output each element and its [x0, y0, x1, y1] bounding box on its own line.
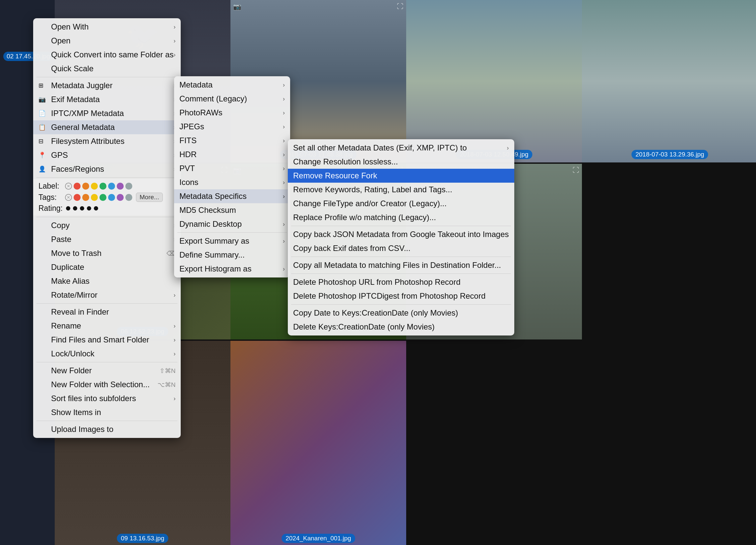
menu-item-copy[interactable]: Copy › [33, 218, 181, 232]
label-dot-green[interactable] [99, 183, 106, 190]
sub2-set-dates[interactable]: Set all other Metadata Dates (Exif, XMP,… [288, 141, 514, 155]
rating-dot-4[interactable] [87, 206, 91, 211]
arrow-sub2-dates: › [507, 145, 509, 151]
menu-item-duplicate[interactable]: Duplicate [33, 260, 181, 274]
sub2-sep-d [291, 304, 511, 305]
exif-icon: 📷 [38, 96, 48, 103]
label-dot-gray[interactable] [125, 183, 132, 190]
rating-dot-5[interactable] [94, 206, 98, 211]
context-menu-sub2: Set all other Metadata Dates (Exif, XMP,… [288, 139, 514, 335]
menu-item-gps[interactable]: 📍 GPS › [33, 148, 181, 162]
menu-item-make-alias[interactable]: Make Alias [33, 274, 181, 288]
arrow-sub1-icons: › [283, 179, 285, 186]
sub1-fits[interactable]: FITS › [174, 134, 290, 148]
rating-dot-2[interactable] [73, 206, 77, 211]
sub2-copy-metadata-dest[interactable]: Copy all Metadata to matching Files in D… [288, 258, 514, 272]
general-metadata-icon: 📋 [38, 124, 48, 131]
tags-dot-purple[interactable] [117, 194, 124, 201]
tags-dot-red[interactable] [74, 194, 81, 201]
sub2-remove-resource-fork[interactable]: Remove Resource Fork [288, 169, 514, 183]
sub2-remove-keywords[interactable]: Remove Keywords, Rating, Label and Tags.… [288, 183, 514, 197]
tags-x-button[interactable]: ✕ [65, 194, 72, 201]
sub2-change-filetype[interactable]: Change FileType and/or Creator (Legacy).… [288, 197, 514, 211]
tags-dot-green[interactable] [99, 194, 106, 201]
label-text: Label: [38, 182, 62, 191]
sub2-copy-date-keys[interactable]: Copy Date to Keys:CreationDate (only Mov… [288, 306, 514, 320]
sub2-replace-profile[interactable]: Replace Profile w/o matching (Legacy)... [288, 211, 514, 224]
arrow-icon-quick-convert: › [173, 51, 175, 58]
menu-item-exif[interactable]: 📷 Exif Metadata › [33, 92, 181, 106]
sub2-delete-keys-creation[interactable]: Delete Keys:CreationDate (only Movies) [288, 320, 514, 334]
tags-dot-blue[interactable] [108, 194, 115, 201]
arrow-sub1-metadata: › [283, 82, 285, 89]
menu-item-quick-scale[interactable]: Quick Scale [33, 62, 181, 76]
menu-item-rotate-mirror[interactable]: Rotate/Mirror › [33, 288, 181, 302]
arrow-sub1-export: › [283, 238, 285, 245]
arrow-find: › [173, 336, 175, 343]
menu-item-sort-subfolders[interactable]: Sort files into subfolders › [33, 392, 181, 405]
sub1-photoraw[interactable]: PhotoRAWs › [174, 106, 290, 120]
menu-item-faces[interactable]: 👤 Faces/Regions › [33, 162, 181, 176]
sub1-export-summary[interactable]: Export Summary as › [174, 234, 290, 248]
photo-cell-colorful: 2024_Kanaren_001.jpg [230, 341, 406, 545]
sub2-delete-ps-url[interactable]: Delete Photoshop URL from Photoshop Reco… [288, 275, 514, 289]
rating-dot-3[interactable] [80, 206, 84, 211]
menu-item-lock-unlock[interactable]: Lock/Unlock › [33, 347, 181, 361]
rating-dot-1[interactable] [66, 206, 70, 211]
sub1-define-summary[interactable]: Define Summary... [174, 248, 290, 262]
more-button[interactable]: More... [136, 193, 163, 202]
expand-icon-4[interactable]: ⛶ [573, 166, 579, 174]
arrow-sub1-comment: › [283, 95, 285, 102]
sub1-metadata[interactable]: Metadata › [174, 78, 290, 92]
sub1-export-histogram[interactable]: Export Histogram as › [174, 262, 290, 276]
sub2-sep-c [291, 273, 511, 274]
metadata-juggler-icon: ⊞ [38, 82, 48, 89]
sub1-metadata-specifics[interactable]: Metadata Specifics › [174, 189, 290, 203]
menu-item-iptc[interactable]: 📄 IPTC/XMP Metadata › [33, 106, 181, 120]
iptc-icon: 📄 [38, 110, 48, 117]
sub1-comment-legacy[interactable]: Comment (Legacy) › [174, 92, 290, 106]
rating-text: Rating: [38, 204, 63, 213]
expand-icon-1[interactable]: ⛶ [397, 3, 404, 10]
sub2-delete-ps-iptc[interactable]: Delete Photoshop IPTCDigest from Photosh… [288, 289, 514, 303]
arrow-icon-open: › [173, 37, 175, 44]
label-dot-yellow[interactable] [91, 183, 98, 190]
menu-item-general-metadata[interactable]: 📋 General Metadata › [33, 120, 181, 134]
label-dot-orange[interactable] [82, 183, 89, 190]
sub2-copy-json[interactable]: Copy back JSON Metadata from Google Take… [288, 227, 514, 241]
sub1-jpegs[interactable]: JPEGs › [174, 120, 290, 134]
menu-item-move-trash[interactable]: Move to Trash ⌫ [33, 246, 181, 260]
label-dot-red[interactable] [74, 183, 81, 190]
menu-item-filesystem[interactable]: ⊟ Filesystem Attributes › [33, 134, 181, 148]
menu-item-open[interactable]: Open › [33, 34, 181, 48]
label-dot-blue[interactable] [108, 183, 115, 190]
menu-item-upload[interactable]: Upload Images to [33, 422, 181, 436]
menu-item-open-with[interactable]: Open With › [33, 20, 181, 34]
sub1-pvt[interactable]: PVT › [174, 161, 290, 175]
sub2-sep-a [291, 226, 511, 226]
sub1-dynamic-desktop[interactable]: Dynamic Desktop › [174, 217, 290, 231]
label-x-button[interactable]: ✕ [65, 183, 72, 190]
menu-item-show-items[interactable]: Show Items in [33, 405, 181, 419]
menu-item-new-folder-sel[interactable]: New Folder with Selection... ⌥⌘N [33, 378, 181, 392]
photo-label-4: 2018-07-03 13.29.36.jpg [631, 150, 708, 159]
tags-dot-gray[interactable] [125, 194, 132, 201]
tags-dot-yellow[interactable] [91, 194, 98, 201]
label-colors: ✕ [65, 183, 132, 190]
sub2-change-resolution[interactable]: Change Resolution lossless... [288, 155, 514, 169]
menu-item-quick-convert[interactable]: Quick Convert into same Folder as › [33, 48, 181, 62]
menu-item-reveal-finder[interactable]: Reveal in Finder [33, 305, 181, 319]
label-dot-purple[interactable] [117, 183, 124, 190]
filesystem-icon: ⊟ [38, 138, 48, 145]
sub1-icons[interactable]: Icons › [174, 175, 290, 189]
tags-dot-orange[interactable] [82, 194, 89, 201]
photo-label-6: 09 13.16.53.jpg [117, 534, 168, 543]
sub1-md5[interactable]: MD5 Checksum [174, 203, 290, 217]
sub1-hdr[interactable]: HDR › [174, 148, 290, 161]
menu-item-new-folder[interactable]: New Folder ⇧⌘N [33, 364, 181, 378]
menu-item-find-files[interactable]: Find Files and Smart Folder › [33, 333, 181, 347]
menu-item-metadata-juggler[interactable]: ⊞ Metadata Juggler › [33, 79, 181, 92]
sub2-copy-exif-csv[interactable]: Copy back Exif dates from CSV... [288, 241, 514, 255]
menu-item-paste[interactable]: Paste › [33, 232, 181, 246]
menu-item-rename[interactable]: Rename › [33, 319, 181, 333]
